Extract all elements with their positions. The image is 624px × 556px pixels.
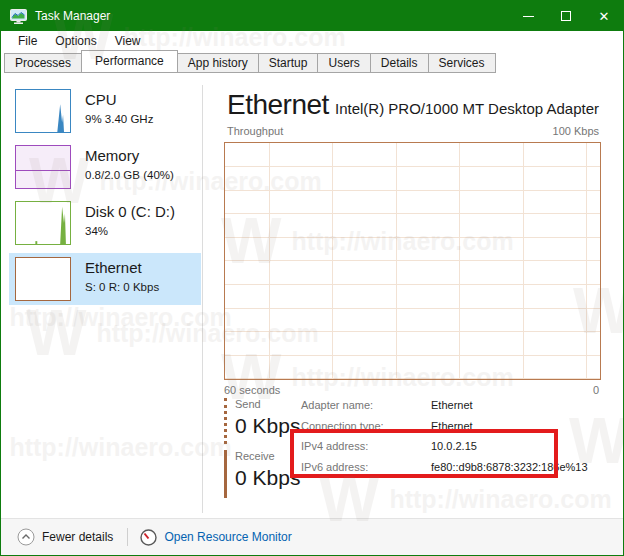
minimize-icon (523, 16, 534, 17)
send-label: Send (235, 398, 294, 411)
performance-sidebar: CPU 9% 3.40 GHz Memory 0.8/2.0 GB (40%) … (9, 85, 201, 309)
sidebar-disk-detail: 34% (85, 223, 175, 239)
memory-usage-line (16, 170, 70, 171)
graph-max-scale-label: 100 Kbps (553, 125, 599, 137)
task-manager-window: Task Manager ✕ File Options View Process… (0, 0, 624, 556)
adapter-name-value: Ethernet (431, 399, 473, 411)
adapter-name-row: Adapter name: Ethernet (301, 399, 588, 420)
receive-label: Receive (235, 450, 294, 463)
maximize-icon (561, 11, 571, 21)
resource-monitor-gauge-icon (140, 529, 157, 546)
tab-processes[interactable]: Processes (4, 53, 82, 73)
chevron-up-circle-icon (17, 528, 35, 546)
open-resource-monitor-link[interactable]: Open Resource Monitor (140, 529, 291, 546)
menu-options[interactable]: Options (46, 32, 105, 51)
window-title: Task Manager (35, 9, 110, 23)
menu-view[interactable]: View (106, 32, 150, 51)
tab-performance[interactable]: Performance (81, 50, 178, 73)
maximize-button[interactable] (547, 1, 585, 31)
sidebar-memory-detail: 0.8/2.0 GB (40%) (85, 167, 174, 183)
watermark: Whttp://winaero.com (0, 415, 232, 479)
menu-bar: File Options View (1, 31, 623, 51)
sidebar-item-disk0[interactable]: Disk 0 (C: D:) 34% (9, 197, 201, 249)
red-highlight-annotation (290, 429, 558, 478)
sidebar-main-divider (202, 85, 203, 513)
tab-services[interactable]: Services (428, 53, 496, 73)
sidebar-item-memory[interactable]: Memory 0.8/2.0 GB (40%) (9, 141, 201, 193)
throughput-label: Throughput (227, 125, 283, 137)
close-button[interactable]: ✕ (585, 1, 623, 31)
sidebar-ethernet-detail: S: 0 R: 0 Kbps (85, 279, 159, 295)
receive-value: 0 Kbps (235, 466, 294, 490)
throughput-graph (224, 142, 601, 380)
tab-details[interactable]: Details (370, 53, 429, 73)
tab-bar: Processes Performance App history Startu… (4, 50, 495, 73)
graph-zero-label: 0 (593, 384, 599, 396)
fewer-details-button[interactable]: Fewer details (17, 528, 113, 546)
ethernet-mini-graph (15, 257, 71, 301)
menu-file[interactable]: File (9, 32, 46, 51)
cpu-mini-graph (15, 89, 71, 133)
adapter-name-label: Adapter name: (301, 399, 431, 411)
sidebar-cpu-detail: 9% 3.40 GHz (85, 111, 153, 127)
adapter-subtitle: Intel(R) PRO/1000 MT Desktop Adapter (335, 100, 599, 117)
sidebar-item-cpu[interactable]: CPU 9% 3.40 GHz (9, 85, 201, 137)
title-bar: Task Manager ✕ (1, 1, 623, 31)
task-manager-app-icon (10, 8, 28, 25)
disk-mini-graph (15, 201, 71, 245)
sidebar-cpu-label: CPU (85, 90, 153, 109)
sidebar-item-ethernet[interactable]: Ethernet S: 0 R: 0 Kbps (9, 253, 201, 305)
sidebar-memory-label: Memory (85, 146, 174, 165)
page-title: Ethernet (227, 89, 329, 121)
cpu-usage-spark (16, 90, 70, 132)
tab-startup[interactable]: Startup (258, 53, 319, 73)
footer-bar: Fewer details Open Resource Monitor (1, 518, 623, 555)
open-resource-monitor-label: Open Resource Monitor (164, 530, 291, 544)
send-stat: Send 0 Kbps (224, 398, 294, 444)
memory-mini-graph (15, 145, 71, 189)
sidebar-disk-label: Disk 0 (C: D:) (85, 202, 175, 221)
sidebar-ethernet-label: Ethernet (85, 258, 159, 277)
receive-stat: Receive 0 Kbps (224, 450, 294, 498)
fewer-details-label: Fewer details (42, 530, 113, 544)
footer-separator (127, 528, 128, 546)
close-icon: ✕ (599, 10, 610, 23)
disk-usage-spark (16, 202, 70, 244)
tab-users[interactable]: Users (317, 53, 370, 73)
graph-time-axis-label: 60 seconds (224, 384, 280, 396)
tab-app-history[interactable]: App history (177, 53, 259, 73)
minimize-button[interactable] (509, 1, 547, 31)
send-value: 0 Kbps (235, 414, 294, 438)
